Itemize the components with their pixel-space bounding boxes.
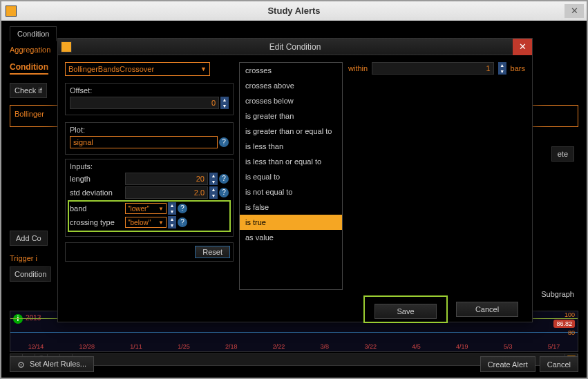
plot-input[interactable]: signal — [70, 136, 218, 148]
set-alert-rules-button[interactable]: Set Alert Rules... — [10, 356, 94, 372]
add-condition-button[interactable]: Add Co — [10, 231, 48, 246]
study-alerts-window: Study Alerts ✕ Condition Aggregation Con… — [0, 0, 588, 379]
within-input[interactable]: 1 — [372, 62, 493, 75]
modal-close-button[interactable]: ✕ — [513, 39, 532, 55]
stddev-spinner[interactable]: ▲▼ — [209, 186, 218, 199]
condition-option[interactable]: is not equal to — [240, 184, 342, 200]
stddev-help-icon[interactable]: ? — [219, 188, 229, 197]
length-spinner[interactable]: ▲▼ — [209, 173, 218, 185]
stddev-input[interactable]: 2.0 — [125, 186, 208, 199]
length-label: length — [70, 175, 124, 183]
within-label: within — [348, 64, 368, 72]
modal-titlebar: Edit Condition ✕ — [58, 39, 532, 55]
condition-option[interactable]: crosses above — [240, 78, 342, 93]
length-help-icon[interactable]: ? — [219, 174, 229, 184]
highlighted-inputs: band "lower"▼ ▲▼ ? crossing type "b — [68, 200, 231, 232]
chevron-down-icon: ▼ — [158, 206, 164, 212]
gear-icon — [17, 361, 25, 369]
window-title: Study Alerts — [267, 6, 320, 16]
band-select[interactable]: "lower"▼ — [125, 203, 167, 214]
edit-condition-modal: Edit Condition ✕ BollingerBandsCrossover… — [57, 38, 533, 322]
condition-option[interactable]: as value — [240, 230, 342, 245]
info-icon[interactable]: i — [13, 314, 23, 324]
within-column: within 1 ▲▼ bars — [348, 62, 525, 290]
condition-option[interactable]: is less than or equal to — [240, 154, 342, 169]
length-input[interactable]: 20 — [125, 173, 208, 185]
modal-cancel-button[interactable]: Cancel — [456, 302, 518, 317]
chevron-down-icon: ▼ — [158, 220, 164, 226]
study-config-column: BollingerBandsCrossover ▼ Offset: 0 ▲▼ P… — [65, 62, 234, 290]
chart-value-badge: 86.82 — [553, 320, 575, 328]
crossing-spinner[interactable]: ▲▼ — [168, 216, 176, 229]
outer-titlebar: Study Alerts ✕ — [1, 1, 587, 21]
within-spinner[interactable]: ▲▼ — [498, 62, 506, 75]
condition-list: crossescrosses abovecrosses belowis grea… — [239, 62, 343, 290]
plot-label: Plot: — [70, 126, 229, 134]
outer-body: Condition Aggregation Condition Check if… — [1, 21, 587, 378]
reset-button[interactable]: Reset — [195, 246, 230, 258]
condition-option[interactable]: crosses — [240, 63, 342, 78]
outer-cancel-button[interactable]: Cancel — [540, 356, 578, 372]
band-spinner[interactable]: ▲▼ — [168, 202, 176, 215]
offset-label: Offset: — [70, 86, 229, 95]
tab-condition[interactable]: Condition — [10, 26, 57, 41]
crossing-select[interactable]: "below"▼ — [125, 217, 167, 228]
chart-scale-top: 100 — [565, 311, 575, 318]
offset-input[interactable]: 0 — [70, 97, 219, 109]
study-select[interactable]: BollingerBandsCrossover ▼ — [65, 62, 210, 76]
condition-option[interactable]: is true — [240, 215, 342, 230]
chart-dates: 12/1412/281/11 1/252/182/22 3/83/224/5 4… — [10, 343, 578, 350]
chart-scale-mid: 80 — [568, 329, 575, 336]
condition-option[interactable]: crosses below — [240, 93, 342, 108]
plot-help-icon[interactable]: ? — [219, 137, 229, 147]
condition-option[interactable]: is greater than or equal to — [240, 124, 342, 139]
app-icon — [6, 6, 17, 17]
outer-close-button[interactable]: ✕ — [565, 4, 584, 18]
svg-point-1 — [20, 364, 21, 365]
modal-title: Edit Condition — [269, 42, 321, 52]
stddev-label: std deviation — [70, 188, 124, 197]
condition-heading: Condition — [10, 62, 48, 75]
chevron-down-icon: ▼ — [200, 66, 207, 72]
crossing-label: crossing type — [70, 218, 124, 226]
save-highlight-box: Save — [363, 295, 448, 323]
save-button[interactable]: Save — [374, 304, 437, 319]
within-unit: bars — [511, 64, 525, 72]
condition-option[interactable]: is equal to — [240, 169, 342, 184]
offset-spinner[interactable]: ▲▼ — [220, 97, 229, 109]
condition-option[interactable]: is greater than — [240, 108, 342, 124]
band-help-icon[interactable]: ? — [178, 204, 187, 213]
subgraph-label: Subgraph — [541, 290, 574, 298]
crossing-help-icon[interactable]: ? — [178, 217, 187, 227]
condition2-label: Condition — [10, 266, 51, 282]
check-if-label: Check if — [10, 83, 47, 98]
create-alert-button[interactable]: Create Alert — [480, 356, 535, 372]
condition-option[interactable]: is false — [240, 200, 342, 215]
modal-app-icon — [61, 41, 72, 52]
inputs-label: Inputs: — [70, 162, 229, 171]
delete-button-partial[interactable]: ete — [551, 146, 574, 162]
study-name-text: Bollinger — [15, 110, 44, 118]
condition-option[interactable]: is less than — [240, 139, 342, 154]
band-label: band — [70, 204, 124, 213]
